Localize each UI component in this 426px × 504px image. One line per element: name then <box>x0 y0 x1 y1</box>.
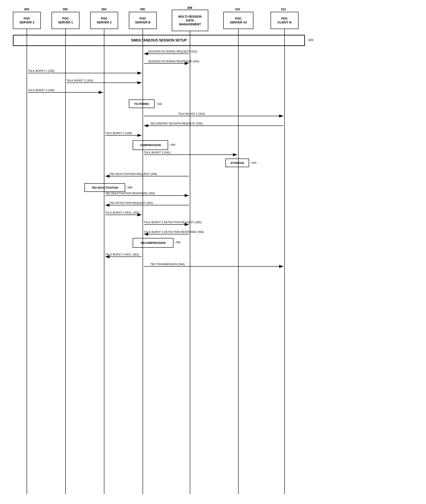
entity-poc-server3: POCSERVER 3 <box>13 12 41 29</box>
ref-348: ~348 <box>126 186 132 189</box>
process-compression: COMPRESSION <box>133 140 168 150</box>
process-storage: STORAGE <box>226 158 249 167</box>
label-342: TALK BURST 3 (342) <box>144 151 170 154</box>
entity-multi-session: MULTI-SESSIONDATAMANAGEMENT <box>172 10 208 31</box>
label-326: TALK BURST 1 (326) <box>28 69 55 72</box>
label-352: TB2 DETECTION REQUEST (352) <box>109 201 153 204</box>
entity-poc-server1: POCSERVER 1 <box>51 12 79 29</box>
label-322: SESSION FILTERING REQUEST (322) <box>148 50 197 53</box>
ref-312: 312 <box>281 7 286 11</box>
process-tb2deactivation: TB2 DEACTIVATION <box>84 183 125 192</box>
label-336: SECONDARY SESSION REQUEST (336) <box>150 122 202 125</box>
entity-poc-serverx3: POCSERVER X3 <box>223 12 253 29</box>
process-decompression: DECOMPRESSION <box>133 238 173 248</box>
ref-308: 308 <box>187 6 192 9</box>
label-346: TB2 DEACTIVATION REQUEST (346) <box>109 172 157 175</box>
label-364: TB3 TRANSMISSION (364) <box>150 263 185 266</box>
label-324: SESSION FILTERING RESPONSE (324) <box>148 60 199 63</box>
ref-304: 304 <box>101 7 106 11</box>
diagram-svg <box>0 0 426 504</box>
label-356: TALK BURST 3 DETECTION REQUEST (356) <box>144 221 202 224</box>
label-362: TALK BURST 3 RES. (362) <box>105 253 139 256</box>
label-350: TB2 DEACTIVATION RESPONSE (350) <box>105 192 155 195</box>
ref-344: ~344 <box>250 161 256 164</box>
entity-poc-clientb: POCCLIENT B <box>270 12 298 29</box>
ref-332: ~332 <box>156 102 162 106</box>
ref-306: 306 <box>140 7 145 11</box>
ref-302: 302 <box>63 7 68 11</box>
ref-300: 300 <box>24 7 29 11</box>
label-328: TALK BURST 2 (328) <box>67 79 93 82</box>
entity-poc-server2: POCSERVER 2 <box>90 12 118 29</box>
label-334: TALK BURST 2 (334) <box>178 112 205 115</box>
diagram-container: 300 302 304 306 308 310 312 POCSERVER 3 … <box>0 0 426 504</box>
process-filtering: FILTERING <box>129 100 155 108</box>
ref-310: 310 <box>235 7 240 11</box>
ref-320: ~320 <box>307 38 313 42</box>
label-354: TALK BURST 3 REQ. (354) <box>105 211 139 214</box>
simultaneous-label: SIMULTANEOUS SESSION SETUP <box>131 38 187 42</box>
label-330: TALK BURST 3 (330) <box>28 88 55 92</box>
label-358: TALK BURST 3 DETECTION RESPONSE (358) <box>144 230 204 234</box>
entity-poc-serverb: POCSERVER B <box>129 12 157 29</box>
label-338: TALK BURST 3 (338) <box>105 131 132 135</box>
ref-340: ~340 <box>169 143 175 146</box>
simultaneous-session-setup: SIMULTANEOUS SESSION SETUP <box>13 35 305 46</box>
ref-360: ~360 <box>174 241 181 244</box>
